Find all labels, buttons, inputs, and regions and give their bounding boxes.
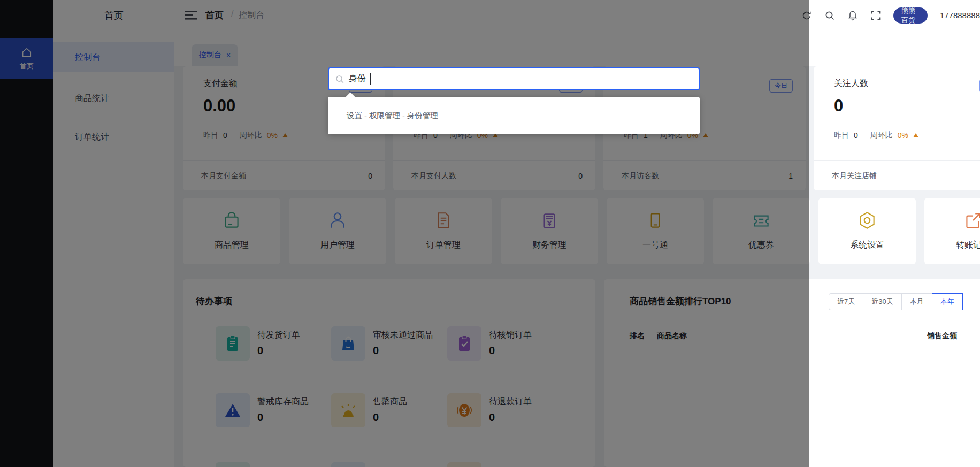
- search-icon: [335, 74, 344, 84]
- search-icon[interactable]: [824, 10, 835, 21]
- up-arrow-icon: [913, 133, 918, 137]
- shortcut-label: 系统设置: [818, 240, 916, 251]
- stat-footer: 本月关注店铺: [814, 160, 980, 190]
- filter-month[interactable]: 本月: [901, 293, 932, 310]
- stat-title: 关注人数: [834, 78, 868, 89]
- filter-7days[interactable]: 近7天: [829, 293, 863, 310]
- stat-subrow: 昨日 0 周环比 0%: [834, 131, 918, 140]
- wow-label: 周环比: [870, 131, 893, 140]
- account-phone: 177888888: [940, 11, 980, 20]
- stat-value: 0: [834, 96, 843, 116]
- search-suggestion-dropdown: 设置 - 权限管理 - 身份管理: [328, 97, 700, 134]
- col-sales-amount: 销售金额: [901, 331, 957, 341]
- bell-icon[interactable]: [847, 10, 858, 21]
- footer-label: 本月关注店铺: [832, 171, 877, 181]
- fullscreen-icon[interactable]: [870, 10, 881, 21]
- text-cursor: [370, 73, 371, 85]
- filter-30days[interactable]: 近30天: [863, 293, 901, 310]
- topbar-actions: 熊熊百货 177888888: [801, 0, 980, 30]
- shortcut-label: 转账记录: [924, 240, 980, 251]
- shortcut-system-settings[interactable]: 系统设置: [818, 198, 916, 264]
- wow-value: 0%: [898, 131, 908, 140]
- filter-year[interactable]: 本年: [932, 293, 963, 310]
- yesterday-label: 昨日: [834, 131, 849, 140]
- date-range-filter: 近7天 近30天 本月 本年: [829, 293, 963, 310]
- gear-icon: [856, 210, 878, 231]
- store-switch-button[interactable]: 熊熊百货: [893, 7, 928, 24]
- shortcut-transfer-records[interactable]: 转账记录: [924, 198, 980, 264]
- dashboard-screen: 首页 首页 控制台 商品统计 订单统计 首页 / 控制台: [0, 0, 980, 467]
- search-query-text: 身份: [349, 73, 366, 85]
- yesterday-value: 0: [854, 131, 858, 140]
- external-link-icon: [962, 210, 980, 231]
- stat-card-followers: 关注人数 今日 0 昨日 0 周环比 0% 本月关注店铺: [814, 66, 980, 190]
- global-search-input[interactable]: 身份: [328, 67, 700, 90]
- search-suggestion-item[interactable]: 设置 - 权限管理 - 身份管理: [347, 97, 438, 134]
